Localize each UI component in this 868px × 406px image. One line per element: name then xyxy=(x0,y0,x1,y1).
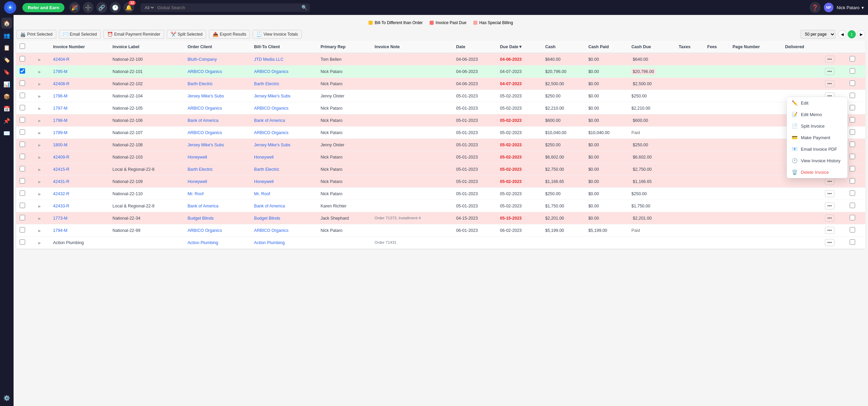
row-expand-button[interactable]: ▶ xyxy=(38,155,41,159)
more-actions-button[interactable]: ••• xyxy=(825,215,834,222)
row-select-checkbox[interactable] xyxy=(20,203,25,208)
row-final-checkbox[interactable] xyxy=(850,142,855,147)
more-actions-button[interactable]: ••• xyxy=(825,68,834,75)
row-select-checkbox[interactable] xyxy=(20,190,25,196)
row-expand-button[interactable]: ▶ xyxy=(38,241,41,245)
bill-to-client-link[interactable]: Jersey Mike's Subs xyxy=(254,94,290,98)
order-client-link[interactable]: Honeywell xyxy=(188,155,207,160)
row-final-checkbox[interactable] xyxy=(850,190,855,196)
sidebar-icon-pins[interactable]: 📌 xyxy=(1,115,12,126)
row-select-checkbox[interactable] xyxy=(20,105,25,110)
next-page-button[interactable]: ▶ xyxy=(857,30,865,38)
row-final-checkbox[interactable] xyxy=(850,80,855,86)
page-1-button[interactable]: 1 xyxy=(848,30,856,38)
row-final-checkbox[interactable] xyxy=(850,178,855,184)
order-client-link[interactable]: Barth Electric xyxy=(188,81,213,86)
sidebar-icon-packages[interactable]: 📦 xyxy=(1,91,12,102)
more-actions-button[interactable]: ••• xyxy=(825,239,834,246)
split-selected-button[interactable]: ✂️ Split Selected xyxy=(167,30,206,39)
row-expand-button[interactable]: ▶ xyxy=(38,229,41,233)
row-select-checkbox[interactable] xyxy=(20,68,25,74)
more-actions-button[interactable]: ••• xyxy=(825,202,834,209)
invoice-number-link[interactable]: 42409-R xyxy=(53,155,70,160)
order-client-link[interactable]: ARBICO Organics xyxy=(188,228,222,233)
sidebar-icon-mail[interactable]: ✉️ xyxy=(1,128,12,139)
order-client-link[interactable]: Budget Blinds xyxy=(188,216,214,221)
order-client-link[interactable]: ARBICO Organics xyxy=(188,69,222,74)
context-menu-item-edit[interactable]: ✏️ Edit xyxy=(787,97,847,109)
row-expand-button[interactable]: ▶ xyxy=(38,82,41,86)
invoice-number-link[interactable]: 1773-M xyxy=(53,216,67,221)
sidebar-icon-reports[interactable]: 📊 xyxy=(1,79,12,90)
order-client-link[interactable]: Barth Electric xyxy=(188,167,213,172)
more-actions-button[interactable]: ••• xyxy=(825,80,834,87)
bill-to-client-link[interactable]: Bank of America xyxy=(254,118,285,123)
row-expand-button[interactable]: ▶ xyxy=(38,70,41,74)
order-client-link[interactable]: Jersey Mike's Subs xyxy=(188,143,224,147)
bill-to-client-link[interactable]: Action Plumbing xyxy=(254,240,284,245)
row-final-checkbox[interactable] xyxy=(850,105,855,110)
due-date-header[interactable]: Due Date▼ xyxy=(497,41,542,53)
invoice-number-header[interactable]: Invoice Number xyxy=(50,41,109,53)
row-select-checkbox[interactable] xyxy=(20,178,25,184)
party-icon-button[interactable]: 🎉 xyxy=(69,2,80,13)
bill-to-client-link[interactable]: ARBICO Organics xyxy=(254,106,288,111)
link-icon-button[interactable]: 🔗 xyxy=(96,2,107,13)
row-expand-button[interactable]: ▶ xyxy=(38,192,41,196)
bill-to-client-link[interactable]: Mr. Roof xyxy=(254,191,270,196)
export-results-button[interactable]: 📤 Export Results xyxy=(209,30,250,39)
search-type-select[interactable]: All xyxy=(143,5,155,11)
more-actions-button[interactable]: ••• xyxy=(825,178,834,185)
row-select-checkbox[interactable] xyxy=(20,154,25,159)
refer-earn-button[interactable]: Refer and Earn xyxy=(22,3,64,12)
row-select-checkbox[interactable] xyxy=(20,56,25,61)
print-selected-button[interactable]: 🖨️ Print Selected xyxy=(16,30,56,39)
bill-to-client-link[interactable]: ARBICO Organics xyxy=(254,130,288,135)
cash-paid-header[interactable]: Cash Paid xyxy=(585,41,628,53)
invoice-label-header[interactable]: Invoice Label xyxy=(109,41,184,53)
order-client-link[interactable]: Action Plumbing xyxy=(188,240,218,245)
app-logo[interactable] xyxy=(4,1,16,14)
prev-page-button[interactable]: ◀ xyxy=(838,30,846,38)
row-final-checkbox[interactable] xyxy=(850,215,855,220)
more-actions-button[interactable]: ••• xyxy=(825,56,834,63)
row-expand-button[interactable]: ▶ xyxy=(38,119,41,123)
invoice-number-link[interactable]: 42415-R xyxy=(53,167,70,172)
order-client-link[interactable]: Bank of America xyxy=(188,118,218,123)
bill-to-client-link[interactable]: Barth Electric xyxy=(254,167,279,172)
bill-to-client-header[interactable]: Bill-To Client xyxy=(251,41,317,53)
row-select-checkbox[interactable] xyxy=(20,166,25,171)
bill-to-client-link[interactable]: JTD Media LLC xyxy=(254,57,283,62)
row-expand-button[interactable]: ▶ xyxy=(38,168,41,171)
row-final-checkbox[interactable] xyxy=(850,227,855,233)
row-final-checkbox[interactable] xyxy=(850,56,855,61)
help-button[interactable]: ❓ xyxy=(810,2,821,13)
date-header[interactable]: Date xyxy=(453,41,496,53)
global-search-input[interactable] xyxy=(157,5,301,10)
more-actions-button[interactable]: ••• xyxy=(825,227,834,234)
row-final-checkbox[interactable] xyxy=(850,117,855,123)
row-expand-button[interactable]: ▶ xyxy=(38,143,41,147)
row-expand-button[interactable]: ▶ xyxy=(38,58,41,61)
row-select-checkbox[interactable] xyxy=(20,93,25,98)
row-expand-button[interactable]: ▶ xyxy=(38,180,41,184)
bill-to-client-link[interactable]: Barth Electric xyxy=(254,81,279,86)
row-select-checkbox[interactable] xyxy=(20,142,25,147)
invoice-number-link[interactable]: 42432-R xyxy=(53,191,70,196)
order-client-link[interactable]: Honeywell xyxy=(188,179,207,184)
add-icon-button[interactable]: ➕ xyxy=(83,2,94,13)
invoice-number-link[interactable]: 1796-M xyxy=(53,94,67,98)
order-client-link[interactable]: ARBICO Organics xyxy=(188,130,222,135)
sidebar-icon-bookmarks[interactable]: 🔖 xyxy=(1,67,12,77)
row-select-checkbox[interactable] xyxy=(20,80,25,86)
invoice-number-link[interactable]: 42433-R xyxy=(53,204,70,208)
invoice-note-header[interactable]: Invoice Note xyxy=(371,41,453,53)
order-client-link[interactable]: ARBICO Organics xyxy=(188,106,222,111)
per-page-select[interactable]: 50 per page xyxy=(801,30,835,39)
context-menu-item-view-invoice-history[interactable]: 🕐 View Invoice History xyxy=(787,155,847,166)
bill-to-client-link[interactable]: ARBICO Organics xyxy=(254,228,288,233)
invoice-number-link[interactable]: 1800-M xyxy=(53,143,67,147)
bill-to-client-link[interactable]: Honeywell xyxy=(254,179,274,184)
fees-header[interactable]: Fees xyxy=(704,41,729,53)
email-payment-reminder-button[interactable]: ⏰ Email Payment Reminder xyxy=(103,30,164,39)
